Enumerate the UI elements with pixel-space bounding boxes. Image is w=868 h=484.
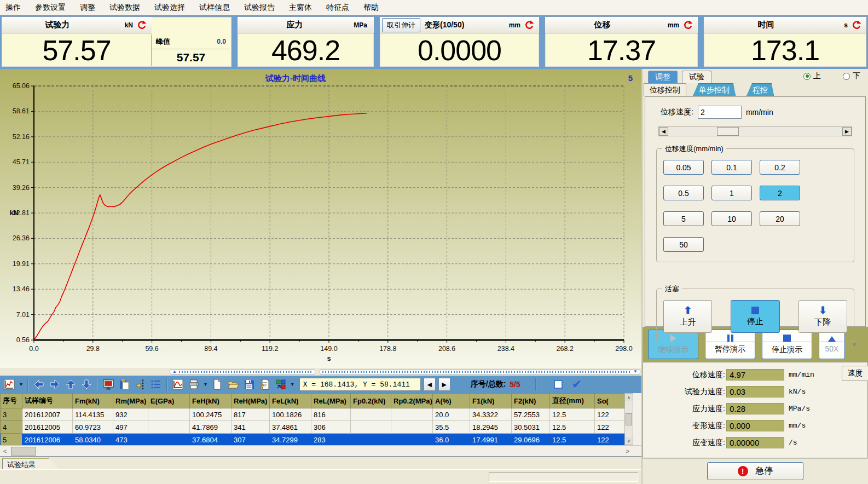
column-header[interactable]: A(%) [433,394,470,408]
radio-up-dot[interactable] [803,73,811,80]
slider-thumb[interactable] [717,127,739,136]
force-time-chart-canvas[interactable]: 0.567.0113.4619.9126.3632.81kN39.2645.71… [0,69,641,368]
menu-item[interactable]: 参数设置 [35,3,66,13]
column-header[interactable]: Rp0.2(MPa) [391,394,433,408]
column-header[interactable]: Rm(MPa) [113,394,148,408]
paste-icon[interactable] [117,377,131,391]
splitter-segment[interactable]: ▼ [320,369,640,374]
report-edit-icon[interactable] [258,377,272,391]
chart-area[interactable]: 0.567.0113.4619.9126.3632.81kN39.2645.71… [0,69,641,368]
speed-preset-button[interactable]: 10 [711,211,752,226]
curve-mode-dropdown-icon[interactable]: ▼ [19,382,24,387]
confirm-check-icon[interactable]: ✔ [572,377,582,391]
column-header[interactable]: E(GPa) [148,394,190,408]
piston-down-button[interactable]: ⬇下降 [798,300,847,333]
piston-up-button[interactable]: ⬆上升 [663,300,712,333]
collapse-up-icon[interactable]: ▲ [172,370,177,374]
collapse-down-icon[interactable]: ▼ [633,370,638,374]
tab-test[interactable]: 试验 [682,71,711,83]
new-file-icon[interactable] [210,377,224,391]
displacement-refresh-icon[interactable] [682,20,693,31]
speed-input[interactable] [698,106,742,119]
column-header[interactable]: Fm(kN) [73,394,113,408]
menu-item[interactable]: 操作 [5,3,21,13]
demo-speed-dropdown-icon[interactable]: ▼ [852,342,857,348]
speed-preset-button[interactable]: 50 [663,237,704,252]
move-right-icon[interactable] [48,377,62,391]
radio-down[interactable]: 下 [843,71,860,81]
move-left-icon[interactable] [32,377,46,391]
speed-preset-button[interactable]: 0.5 [663,186,704,200]
scroll-up-icon[interactable]: ∧ [625,394,633,401]
subtab-step-control[interactable]: 单步控制 [693,83,736,96]
menu-item[interactable]: 调整 [80,3,95,13]
scroll-down-icon[interactable]: ∨ [625,437,633,445]
radio-down-dot[interactable] [843,73,850,80]
speed-preset-button[interactable]: 0.05 [663,160,704,175]
column-header[interactable]: FeH(kN) [190,394,232,408]
column-header[interactable]: Fp0.2(kN) [351,394,391,408]
slider-right-icon[interactable]: ▶ [842,127,852,136]
column-header[interactable]: ReL(MPa) [311,394,351,408]
piston-stop-button[interactable]: 停止 [731,300,779,333]
fullscreen-monitor-icon[interactable] [101,377,115,391]
menu-item[interactable]: 试验数据 [109,3,140,13]
next-point-button[interactable]: ▶ [438,378,450,391]
menu-item[interactable]: 帮助 [363,3,379,13]
curve-mode-icon[interactable] [2,377,16,391]
menu-item[interactable]: 试验选择 [154,3,185,13]
slider-left-icon[interactable]: ◀ [659,127,668,136]
emergency-stop-button[interactable]: ! 急停 [707,462,803,480]
table-row[interactable]: 520161200658.034047337.680430734.7299283… [1,434,625,446]
menu-item[interactable]: 试验报告 [244,3,275,13]
column-header[interactable]: F2(kN) [512,394,550,408]
splitter-segment[interactable]: ▲ [170,369,315,374]
speed-preset-button[interactable]: 5 [663,211,704,226]
tab-speed[interactable]: 速度 [842,366,868,381]
force-refresh-icon[interactable] [136,20,147,31]
data-transfer-icon[interactable] [274,377,288,391]
table-row[interactable]: 420161200560.972349741.786934137.4861306… [1,421,625,434]
subtab-displacement-control[interactable]: 位移控制 [644,83,686,96]
scroll-left-icon[interactable]: < [0,446,10,456]
radio-up[interactable]: 上 [803,71,821,81]
table-horizontal-scrollbar[interactable]: < > [0,445,641,456]
save-icon[interactable] [242,377,256,391]
print-dropdown-icon[interactable]: ▼ [203,382,208,387]
menu-item[interactable]: 主窗体 [289,3,312,13]
speed-preset-button[interactable]: 2 [760,186,800,200]
column-header[interactable]: 直径(mm) [550,394,595,408]
column-header[interactable]: 序号 [1,394,22,408]
scroll-right-icon[interactable]: > [623,446,633,456]
speed-preset-button[interactable]: 0.2 [760,160,800,175]
menu-item[interactable]: 特征点 [326,3,349,13]
speed-preset-button[interactable]: 20 [760,211,800,226]
speed-preset-button[interactable]: 0.1 [711,160,752,175]
move-down-icon[interactable] [79,377,94,391]
select-checkbox[interactable] [554,380,563,389]
extensometer-button[interactable]: 取引伸计 [382,18,420,32]
menu-item[interactable]: 试样信息 [199,3,230,13]
deform-refresh-icon[interactable] [524,20,535,31]
subtab-program-control[interactable]: 程控 [747,83,774,96]
list-icon[interactable] [149,377,163,391]
column-header[interactable]: FeL(kN) [270,394,311,408]
vscroll-thumb[interactable] [626,413,632,425]
column-header[interactable]: 试样编号 [22,394,73,408]
time-refresh-icon[interactable] [851,20,862,31]
column-header[interactable]: F1(kN) [470,394,512,408]
speed-preset-button[interactable]: 1 [711,186,752,200]
speed-slider[interactable]: ◀ ▶ [658,126,852,136]
table-vertical-scrollbar[interactable]: ∧ ∨ [624,393,633,445]
tab-test-results[interactable]: 试验结果 [2,458,59,470]
select-point-hand-icon[interactable] [133,377,147,391]
table-row[interactable]: 3201612007114.4135932100.2475817100.1826… [1,408,625,421]
print-icon[interactable] [187,377,201,391]
data-transfer-dropdown-icon[interactable]: ▼ [290,382,295,387]
hscroll-thumb[interactable] [11,447,36,456]
column-header[interactable]: So( [595,394,625,408]
tab-adjust[interactable]: 调整 [648,71,678,83]
chart-table-splitter[interactable]: ▲ ▼ [0,368,641,376]
move-up-icon[interactable] [63,377,78,391]
open-folder-icon[interactable] [226,377,240,391]
